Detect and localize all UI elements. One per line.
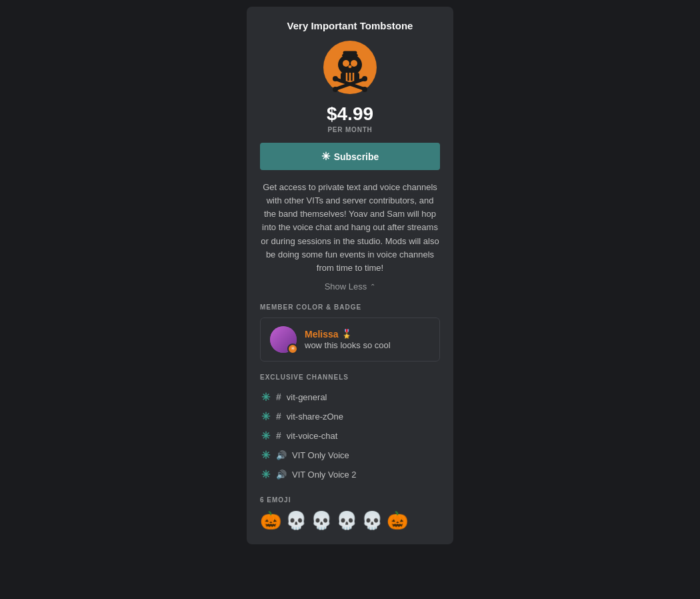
price-section: $4.99 PER MONTH (260, 103, 440, 133)
member-badge-box: ✳ Melissa 🎖️ wow this looks so cool (260, 318, 440, 362)
channel-item: ✳ # vit-voice-chat (260, 426, 440, 446)
avatar-wrapper: ✳ (270, 326, 297, 353)
svg-point-3 (351, 60, 357, 67)
emoji-item: 💀 (336, 510, 357, 531)
channel-name: vit-general (287, 392, 327, 402)
svg-point-16 (362, 87, 367, 92)
subscribe-label: Subscribe (334, 151, 379, 162)
channels-section: EXCLUSIVE CHANNELS ✳ # vit-general ✳ # v… (260, 374, 440, 484)
chevron-up-icon: ⌃ (370, 283, 375, 290)
channel-speaker-icon: 🔊 (276, 470, 287, 480)
subscription-card: Very Important Tombstone (247, 7, 453, 544)
emoji-section: 6 EMOJI 🎃 💀 💀 💀 💀 🎃 (260, 496, 440, 531)
channels-section-label: EXCLUSIVE CHANNELS (260, 374, 440, 381)
emoji-row: 🎃 💀 💀 💀 💀 🎃 (260, 510, 440, 531)
channel-item: ✳ # vit-general (260, 388, 440, 407)
channel-asterisk-icon: ✳ (260, 430, 271, 442)
emoji-item: 💀 (285, 510, 307, 531)
channel-item: ✳ 🔊 VIT Only Voice 2 (260, 465, 440, 484)
subscribe-icon: ✳ (321, 150, 330, 163)
svg-point-4 (349, 65, 352, 68)
channel-asterisk-icon: ✳ (260, 391, 271, 404)
subscribe-button[interactable]: ✳ Subscribe (260, 143, 440, 170)
member-badge-icon: 🎖️ (341, 329, 352, 339)
svg-point-15 (333, 87, 338, 92)
channel-hash-icon: # (276, 430, 281, 441)
channel-hash-icon: # (276, 392, 281, 402)
channel-name: VIT Only Voice 2 (292, 470, 357, 480)
show-less-button[interactable]: Show Less ⌃ (325, 281, 376, 291)
member-badge-overlay: ✳ (287, 344, 298, 354)
channel-item: ✳ # vit-share-zOne (260, 407, 440, 426)
description-text: Get access to private text and voice cha… (260, 181, 440, 275)
member-section-label: MEMBER COLOR & BADGE (260, 304, 440, 311)
channel-speaker-icon: 🔊 (276, 450, 287, 460)
price-period: PER MONTH (260, 126, 440, 133)
member-name: Melissa 🎖️ (305, 329, 391, 340)
channel-name: vit-share-zOne (287, 412, 343, 422)
svg-point-14 (362, 76, 367, 81)
emoji-section-label: 6 EMOJI (260, 496, 440, 504)
member-comment: wow this looks so cool (305, 340, 391, 350)
member-info: Melissa 🎖️ wow this looks so cool (305, 329, 391, 350)
emoji-item: 🎃 (387, 510, 408, 531)
channel-name: vit-voice-chat (287, 431, 338, 441)
card-title: Very Important Tombstone (260, 20, 440, 31)
channel-asterisk-icon: ✳ (260, 449, 271, 462)
emoji-item: 💀 (361, 510, 383, 531)
svg-point-2 (343, 60, 349, 67)
skull-icon (323, 41, 377, 94)
show-less-label: Show Less (325, 281, 367, 291)
channel-asterisk-icon: ✳ (260, 410, 271, 423)
emoji-item: 🎃 (260, 510, 281, 531)
emoji-item: 💀 (311, 510, 332, 531)
icon-container (260, 41, 440, 94)
price-amount: $4.99 (260, 103, 440, 125)
channel-name: VIT Only Voice (292, 450, 349, 460)
svg-point-13 (333, 76, 338, 81)
channel-asterisk-icon: ✳ (260, 468, 271, 481)
channel-item: ✳ 🔊 VIT Only Voice (260, 446, 440, 465)
page-background: Very Important Tombstone (0, 0, 700, 599)
channel-hash-icon: # (276, 411, 281, 422)
